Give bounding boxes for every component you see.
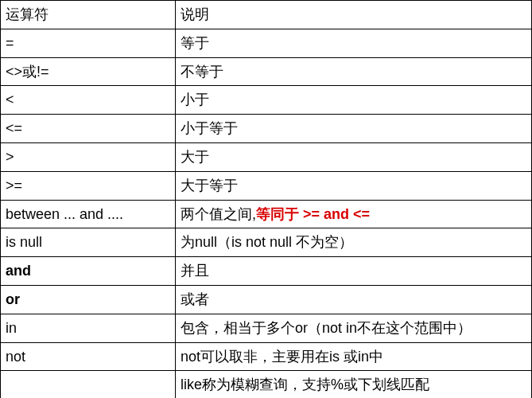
cell-operator: or <box>1 285 176 314</box>
cell-description: 等于 <box>176 29 532 57</box>
desc-prefix: 两个值之间, <box>181 206 256 222</box>
table-row: like称为模糊查询，支持%或下划线匹配 <box>1 371 532 398</box>
cell-operator: <>或!= <box>1 57 176 86</box>
cell-operator: is null <box>1 228 176 257</box>
table-row: <= 小于等于 <box>1 115 532 143</box>
cell-description: 两个值之间,等同于 >= and <= <box>176 200 532 228</box>
cell-operator: between ... and .... <box>1 200 176 228</box>
table-row: or 或者 <box>1 285 532 314</box>
cell-operator: > <box>1 142 176 171</box>
cell-operator: not <box>1 342 176 371</box>
cell-operator: < <box>1 86 176 115</box>
cell-description: not可以取非，主要用在is 或in中 <box>176 342 532 371</box>
table-row: < 小于 <box>1 86 532 115</box>
cell-operator <box>1 371 176 398</box>
cell-description: 大于 <box>176 142 532 171</box>
desc-emphasis: 等同于 >= and <= <box>256 206 370 222</box>
cell-description: 大于等于 <box>176 171 532 200</box>
col-header-operator: 运算符 <box>1 1 176 29</box>
cell-operator: >= <box>1 171 176 200</box>
table-row: and 并且 <box>1 257 532 286</box>
table-row: >= 大于等于 <box>1 171 532 200</box>
table-row: not not可以取非，主要用在is 或in中 <box>1 342 532 371</box>
cell-description: 并且 <box>176 257 532 286</box>
cell-description: like称为模糊查询，支持%或下划线匹配 <box>176 371 532 398</box>
table-row: <>或!= 不等于 <box>1 57 532 86</box>
col-header-description: 说明 <box>176 1 532 29</box>
cell-description: 或者 <box>176 285 532 314</box>
table-row: between ... and .... 两个值之间,等同于 >= and <= <box>1 200 532 228</box>
cell-description: 不等于 <box>176 57 532 86</box>
table-header-row: 运算符 说明 <box>1 1 532 29</box>
cell-operator: <= <box>1 115 176 143</box>
cell-operator: and <box>1 257 176 286</box>
table-row: > 大于 <box>1 142 532 171</box>
cell-description: 包含，相当于多个or（not in不在这个范围中） <box>176 314 532 342</box>
cell-description: 小于等于 <box>176 115 532 143</box>
cell-description: 小于 <box>176 86 532 115</box>
cell-operator: = <box>1 29 176 57</box>
operators-table: 运算符 说明 = 等于 <>或!= 不等于 < 小于 <= 小于等于 > 大于 … <box>0 0 532 398</box>
table-row: is null 为null（is not null 不为空） <box>1 228 532 257</box>
cell-operator: in <box>1 314 176 342</box>
table-row: = 等于 <box>1 29 532 57</box>
table-row: in 包含，相当于多个or（not in不在这个范围中） <box>1 314 532 342</box>
cell-description: 为null（is not null 不为空） <box>176 228 532 257</box>
